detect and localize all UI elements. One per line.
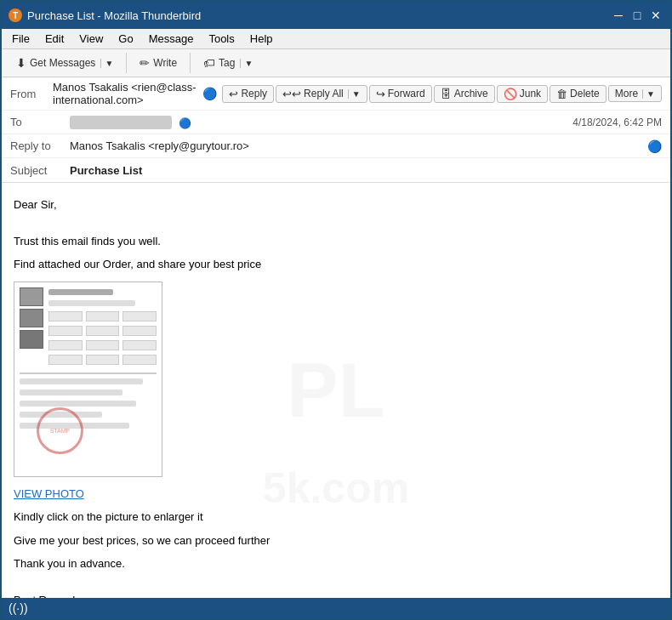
status-bar: ((·)) [2,598,670,618]
menu-go[interactable]: Go [111,31,140,47]
minimize-button[interactable]: ─ [611,8,626,23]
menu-view[interactable]: View [72,31,110,47]
toolbar-divider-2 [190,53,191,73]
menu-edit[interactable]: Edit [38,31,71,47]
delete-icon: 🗑 [556,88,567,100]
greeting: Dear Sir, [14,196,658,213]
title-bar: T Purchase List - Mozilla Thunderbird ─ … [2,2,670,29]
menu-help[interactable]: Help [243,31,280,47]
menu-message[interactable]: Message [142,31,201,47]
subject-row: Subject Purchase List [2,158,670,182]
action-buttons: ↩ Reply ↩↩ Reply All ▼ ↪ Forward 🗄 Archi… [222,85,662,103]
subject-value: Purchase List [70,164,662,177]
delete-button[interactable]: 🗑 Delete [550,85,607,103]
from-value: Manos Tsakalis <rien@class-international… [53,81,202,106]
close-button[interactable]: ✕ [648,8,663,23]
reply-button[interactable]: ↩ Reply [222,85,274,103]
get-messages-icon: ⬇ [16,56,26,70]
from-label: From [10,88,53,100]
to-blurred-value [70,116,172,129]
contact-icon[interactable]: 🔵 [202,87,217,100]
email-body: PL 5k.com Dear Sir, Trust this email fin… [2,183,670,598]
tag-button[interactable]: 🏷 Tag ▼ [196,53,260,73]
get-messages-button[interactable]: ⬇ Get Messages ▼ [9,53,121,73]
title-bar-left: T Purchase List - Mozilla Thunderbird [9,9,201,22]
document-stamp: STAMP [37,407,83,454]
email-header: From Manos Tsakalis <rien@class-internat… [2,77,670,183]
body-line3: Kindly click on the picture to enlarger … [14,509,658,526]
toolbar-divider-1 [126,53,127,73]
toolbar: ⬇ Get Messages ▼ ✏ Write 🏷 Tag ▼ [2,49,670,77]
body-line5: Thank you in advance. [14,555,658,572]
reply-to-value: Manos Tsakalis <reply@gurytour.ro> [70,139,647,152]
main-window: T Purchase List - Mozilla Thunderbird ─ … [0,0,672,620]
forward-icon: ↪ [376,88,385,100]
email-date: 4/18/2024, 6:42 PM [572,117,662,128]
archive-button[interactable]: 🗄 Archive [434,85,495,103]
body-closing: Best Regards, [14,592,658,599]
attachment-preview[interactable]: STAMP [14,282,162,477]
body-line4: Give me your best prices, so we can proc… [14,532,658,549]
archive-icon: 🗄 [441,88,452,100]
maximize-button[interactable]: □ [629,8,645,23]
junk-button[interactable]: 🚫 Junk [497,85,548,103]
reply-all-icon: ↩↩ [282,88,301,100]
get-messages-dropdown-icon[interactable]: ▼ [100,59,113,68]
more-dropdown-icon[interactable]: ▼ [642,89,655,99]
email-content: Dear Sir, Trust this email finds you wel… [14,196,658,598]
to-value: 🔵 [70,116,564,129]
reply-all-button[interactable]: ↩↩ Reply All ▼ [276,85,367,103]
body-line2: Find attached our Order, and share your … [14,256,658,273]
write-icon: ✏ [140,56,150,70]
from-row: From Manos Tsakalis <rien@class-internat… [2,77,670,111]
reply-to-row: Reply to Manos Tsakalis <reply@gurytour.… [2,134,670,158]
reply-all-dropdown-icon[interactable]: ▼ [348,89,361,99]
menu-tools[interactable]: Tools [202,31,241,47]
body-line1: Trust this email finds you well. [14,233,658,250]
forward-button[interactable]: ↪ Forward [369,85,432,103]
subject-label: Subject [10,164,70,177]
tag-dropdown-icon[interactable]: ▼ [240,59,253,68]
menu-bar: File Edit View Go Message Tools Help [2,29,670,49]
menu-file[interactable]: File [5,31,37,47]
write-button[interactable]: ✏ Write [132,53,185,73]
to-row: To 🔵 4/18/2024, 6:42 PM [2,111,670,134]
to-label: To [10,116,70,128]
app-icon: T [9,9,22,22]
window-controls: ─ □ ✕ [611,8,663,23]
tag-icon: 🏷 [203,56,215,70]
doc-preview: STAMP [14,282,162,476]
reply-to-contact-icon[interactable]: 🔵 [647,139,662,153]
wifi-icon: ((·)) [9,601,28,615]
window-title: Purchase List - Mozilla Thunderbird [27,9,201,22]
to-contact-icon[interactable]: 🔵 [179,117,191,129]
reply-to-label: Reply to [10,139,70,152]
more-button[interactable]: More ▼ [608,85,662,102]
reply-icon: ↩ [229,88,238,100]
junk-icon: 🚫 [504,88,517,100]
view-photo-link[interactable]: VIEW PHOTO [14,487,84,500]
